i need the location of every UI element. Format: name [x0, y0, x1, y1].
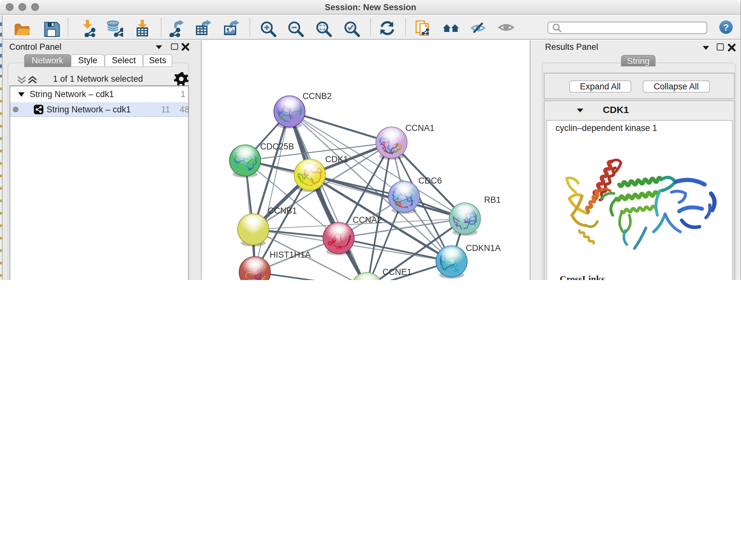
svg-text:CDK1: CDK1	[325, 154, 348, 164]
svg-text:CCNB1: CCNB1	[268, 206, 297, 215]
svg-text:CCNB2: CCNB2	[302, 91, 332, 101]
svg-text:CCNA2: CCNA2	[353, 215, 382, 225]
svg-text:CCNE1: CCNE1	[382, 267, 412, 276]
svg-text:HIST1H1A: HIST1H1A	[270, 250, 311, 259]
svg-text:RB1: RB1	[484, 195, 501, 204]
svg-text:CDKN1A: CDKN1A	[466, 243, 501, 253]
svg-text:CCNA1: CCNA1	[405, 123, 434, 132]
svg-text:CDC6: CDC6	[418, 176, 442, 185]
svg-text:CDC25B: CDC25B	[260, 141, 294, 151]
